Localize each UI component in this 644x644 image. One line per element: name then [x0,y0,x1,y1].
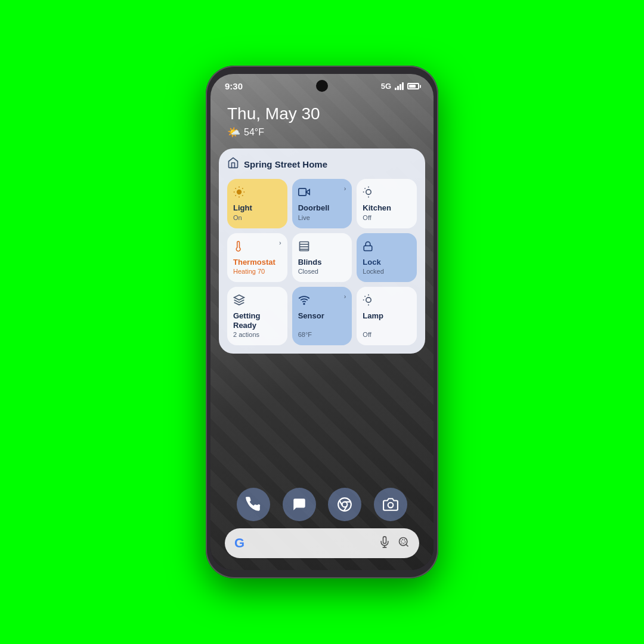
svg-line-7 [236,195,236,196]
signal-bar-1 [395,88,397,90]
battery-fill [409,85,416,88]
google-search-bar[interactable]: G [225,528,419,558]
svg-point-0 [237,190,242,194]
signal-bar-3 [400,84,401,90]
sensor-arrow-icon: › [344,293,346,300]
tile-kitchen[interactable]: Kitchen Off [357,179,417,228]
light-status: On [233,214,281,221]
status-indicators: 5G [381,82,419,91]
svg-point-31 [388,503,393,508]
lock-status: Locked [363,268,411,275]
getting-ready-name: Getting Ready [233,311,281,330]
lens-icon[interactable] [398,536,410,551]
light-icon [233,186,281,201]
weather-row: 🌤️ 54°F [227,126,417,139]
signal-bar-2 [397,86,399,90]
lamp-status: Off [363,331,411,338]
tile-lamp[interactable]: Lamp Off [357,287,417,345]
lamp-icon [363,294,411,309]
lock-icon [363,240,411,255]
widget-title: Spring Street Home [244,159,327,169]
svg-rect-19 [364,246,373,250]
svg-point-34 [400,537,407,545]
date-weather-section: Thu, May 30 🌤️ 54°F [210,95,434,146]
svg-rect-9 [298,188,305,196]
phone-app-icon[interactable] [237,488,270,521]
svg-line-36 [406,544,408,546]
svg-point-20 [304,304,305,305]
temperature-display: 54°F [244,127,264,138]
getting-ready-icon [233,294,281,309]
tile-lock[interactable]: Lock Locked [357,233,417,283]
sensor-name: Sensor [298,311,346,321]
lock-name: Lock [363,258,411,267]
doorbell-arrow-icon: › [344,185,346,192]
smart-home-widget: Spring Street Home [219,148,425,354]
app-dock [225,488,419,521]
bottom-section: G [210,488,434,570]
tile-light[interactable]: Light On [227,179,287,228]
svg-line-8 [242,188,243,189]
sensor-icon [298,294,346,309]
doorbell-icon [298,186,346,201]
camera-app-icon[interactable] [374,488,407,521]
lamp-name: Lamp [363,311,411,321]
thermostat-icon [233,240,281,255]
svg-point-35 [401,539,405,543]
status-time: 9:30 [225,81,243,91]
phone-screen: 9:30 5G Thu, May 30 🌤️ 54°F [210,74,434,570]
date-display: Thu, May 30 [227,104,417,123]
weather-icon: 🌤️ [227,126,240,139]
thermostat-arrow-icon: › [279,239,281,246]
svg-line-24 [365,296,366,297]
svg-point-10 [366,190,371,194]
doorbell-name: Doorbell [298,203,346,213]
tile-blinds[interactable]: Blinds Closed [292,233,352,283]
chrome-app-icon[interactable] [328,488,361,521]
light-name: Light [233,203,281,213]
blinds-status: Closed [298,268,346,275]
device-tiles-grid: Light On › Doorbell Live [227,179,417,345]
getting-ready-status: 2 actions [233,331,281,338]
kitchen-status: Off [363,214,411,221]
signal-icon [395,82,404,90]
svg-line-4 [242,195,243,196]
home-widget-icon [227,157,239,172]
phone-device: 9:30 5G Thu, May 30 🌤️ 54°F [206,66,438,578]
google-logo: G [234,535,244,551]
doorbell-status: Live [298,214,346,221]
widget-header: Spring Street Home [227,157,417,172]
messages-app-icon[interactable] [283,488,316,521]
tile-doorbell[interactable]: › Doorbell Live [292,179,352,228]
blinds-name: Blinds [298,258,346,267]
svg-point-21 [366,298,371,302]
thermostat-status: Heating 70 [233,268,281,275]
thermostat-name: Thermostat [233,258,281,267]
sensor-status: 68°F [298,331,346,338]
kitchen-name: Kitchen [363,203,411,213]
tile-thermostat[interactable]: › Thermostat Heating 70 [227,233,287,283]
tile-sensor[interactable]: › Sensor 68°F [292,287,352,345]
blinds-icon [298,240,346,255]
mic-icon[interactable] [379,536,391,551]
camera-notch [316,80,328,92]
search-bar-icons [379,536,410,551]
svg-line-13 [365,188,366,189]
svg-line-3 [236,188,236,189]
kitchen-icon [363,186,411,201]
battery-icon [407,83,419,89]
signal-bar-4 [402,82,404,90]
tile-getting-ready[interactable]: Getting Ready 2 actions [227,287,287,345]
network-type: 5G [381,82,391,91]
